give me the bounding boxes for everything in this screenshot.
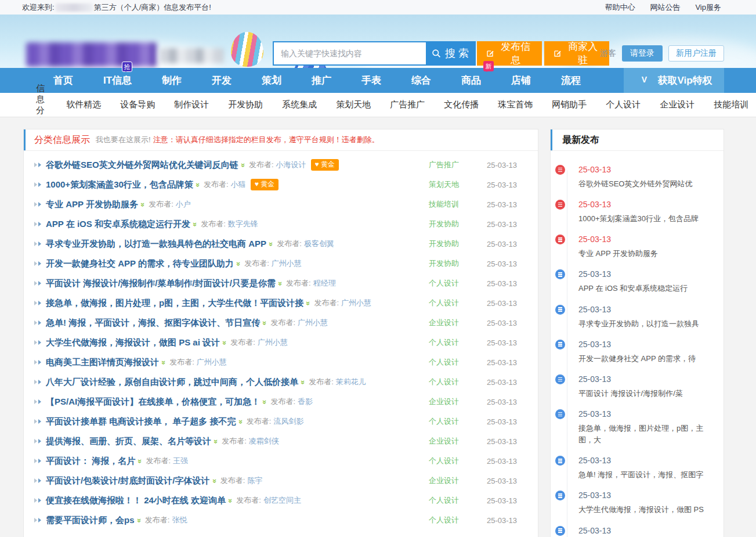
post-title[interactable]: APP 在 iOS 和安卓系统稳定运行 (578, 283, 717, 294)
listing-item-category[interactable]: 企业设计 (429, 397, 487, 407)
publisher-name[interactable]: 广州小慧 (341, 298, 371, 308)
post-title[interactable]: 谷歌外链SEO英文外链外贸网站优 (578, 178, 717, 190)
listing-item-title[interactable]: 大学生代做海报，海报设计，做图 PS ai 设计 (46, 337, 220, 348)
listing-item-title[interactable]: APP 在 iOS 和安卓系统稳定运行开发 (46, 219, 190, 230)
post-title[interactable]: 开发一款健身社交 APP 的需求，待 (578, 353, 717, 365)
listing-subtitle[interactable]: 我也要在这展示! (96, 135, 151, 145)
listing-item-title[interactable]: 提供海报、画册、折页、展架、名片等设计 (46, 436, 211, 447)
nav-item[interactable]: 手表 (352, 74, 391, 87)
listing-item-category[interactable]: 个人设计 (429, 495, 487, 506)
listing-item-category[interactable]: 个人设计 (429, 298, 487, 308)
listing-item-title[interactable]: 平面设计/包装设计/封底封面设计/字体设计 (46, 475, 210, 486)
category-link[interactable]: 策划天地 (336, 99, 371, 110)
post-title[interactable]: 接急单，做海报，图片处理，p图，主图，大 (578, 423, 717, 446)
post-title[interactable]: 急单! 海报，平面设计，海报、抠图字 (578, 469, 717, 481)
publisher-name[interactable]: 茉莉花儿 (336, 377, 366, 387)
publisher-name[interactable]: 香影 (298, 397, 313, 407)
listing-item-category[interactable]: 个人设计 (429, 377, 487, 387)
nav-item[interactable]: IT信息 (93, 74, 142, 87)
topbar-link[interactable]: 帮助中心 (605, 2, 635, 13)
listing-item-title[interactable]: 平面设计： 海报，名片 (46, 456, 135, 467)
listing-item-category[interactable]: 个人设计 (429, 515, 487, 525)
register-button[interactable]: 新用户注册 (668, 45, 724, 62)
nav-item[interactable]: 综合 (401, 74, 441, 87)
nav-item[interactable]: 开发 (202, 74, 241, 87)
publisher-name[interactable]: 凌霜剑侠 (249, 436, 279, 446)
listing-item-title[interactable]: 需要平面设计师，会ps (46, 515, 135, 526)
publisher-name[interactable]: 小户 (176, 199, 191, 210)
listing-item-category[interactable]: 个人设计 (429, 278, 487, 289)
listing-item-category[interactable]: 个人设计 (429, 357, 487, 367)
vip-privilege-button[interactable]: V 获取Vip特权 (624, 68, 724, 93)
listing-item-category[interactable]: 企业设计 (429, 475, 487, 486)
publisher-name[interactable]: 数字先锋 (228, 219, 258, 229)
listing-item-category[interactable]: 个人设计 (429, 416, 487, 427)
listing-item-title[interactable]: 平面设计接单群 电商设计接单， 单子超多 接不完 (46, 416, 236, 427)
publisher-name[interactable]: 创艺空间主 (263, 495, 301, 506)
publisher-name[interactable]: 广州小慧 (298, 318, 328, 328)
listing-item-category[interactable]: 技能培训 (429, 199, 487, 210)
nav-item[interactable]: 店铺 (501, 74, 541, 87)
category-link[interactable]: 文化传播 (444, 99, 479, 110)
publisher-name[interactable]: 广州小慧 (197, 357, 227, 367)
post-title[interactable]: 寻求专业开发协助，以打造一款独具 (578, 318, 717, 330)
listing-item-category[interactable]: 个人设计 (429, 337, 487, 348)
category-link[interactable]: 软件精选 (66, 99, 101, 110)
post-title[interactable]: 大学生代做海报，海报设计，做图 PS (578, 504, 717, 516)
nav-item[interactable]: 推广 (302, 74, 341, 87)
category-link[interactable]: 网销助手 (552, 99, 587, 110)
listing-item-title[interactable]: 便宜接在线做海报啦！！ 24小时在线 欢迎询单 (46, 495, 226, 506)
listing-item-title[interactable]: 1000+策划案涵盖30行业，包含品牌策 (46, 179, 193, 190)
listing-item-title[interactable]: 谷歌外链SEO英文外链外贸网站优化关键词反向链 (46, 160, 238, 171)
nav-item[interactable]: 策划 (252, 74, 291, 87)
listing-item-title[interactable]: 电商美工主图详情页海报设计 (46, 357, 159, 368)
nav-item[interactable]: 流程 (551, 74, 591, 87)
login-button[interactable]: 请登录 (622, 45, 663, 62)
post-title[interactable]: 平面设计 海报设计/海报制作/菜 (578, 388, 717, 399)
publisher-name[interactable]: 小猫 (231, 179, 246, 190)
search-input[interactable] (274, 42, 426, 64)
listing-item-title[interactable]: 接急单，做海报，图片处理，p图，主图，大学生代做！平面设计接 (46, 298, 303, 309)
category-link[interactable]: 制作设计 (174, 99, 209, 110)
publisher-name[interactable]: 张悦 (172, 515, 187, 525)
category-link[interactable]: 珠宝首饰 (498, 99, 533, 110)
publisher-name[interactable]: 程经理 (313, 278, 336, 289)
category-link[interactable]: 设备导购 (120, 99, 155, 110)
publisher-name[interactable]: 小海设计 (276, 160, 306, 170)
listing-item-category[interactable]: 广告推广 (429, 160, 487, 170)
category-link[interactable]: 企业设计 (660, 99, 694, 110)
topbar-link[interactable]: 网站公告 (650, 2, 680, 13)
category-link[interactable]: 开发协助 (228, 99, 263, 110)
publisher-name[interactable]: 流风剑影 (273, 416, 303, 427)
nav-item[interactable]: 商品 (451, 74, 491, 87)
search-button[interactable]: 搜 索 (426, 42, 475, 64)
category-link[interactable]: 广告推广 (390, 99, 425, 110)
listing-item-category[interactable]: 企业设计 (429, 318, 487, 328)
nav-item[interactable]: 制作 (152, 74, 191, 87)
publisher-name[interactable]: 陈宇 (247, 475, 262, 486)
category-link[interactable]: 技能培训 (714, 99, 748, 110)
post-title[interactable]: 1000+策划案涵盖30行业，包含品牌 (578, 213, 717, 225)
listing-item-category[interactable]: 开发协助 (429, 219, 487, 229)
post-title[interactable]: 专业 APP 开发协助服务 (578, 248, 717, 260)
listing-item-title[interactable]: 八年大厂设计经验，原创自由设计师，跳过中间商，个人低价接单 (46, 377, 298, 388)
listing-item-category[interactable]: 开发协助 (429, 239, 487, 249)
category-link[interactable]: 系统集成 (282, 99, 317, 110)
nav-item[interactable]: 首页 (44, 74, 83, 87)
topbar-link[interactable]: Vip服务 (695, 2, 721, 13)
publisher-name[interactable]: 广州小慧 (258, 337, 288, 348)
listing-item-category[interactable]: 企业设计 (429, 436, 487, 446)
publisher-name[interactable]: 广州小慧 (272, 258, 302, 269)
listing-item-title[interactable]: 【PS/AI海报平面设计】在线接单，价格便宜，可加急！ (46, 397, 260, 408)
publisher-name[interactable]: 极客创翼 (304, 239, 334, 249)
listing-item-title[interactable]: 开发一款健身社交 APP 的需求，待专业团队助力 (46, 258, 234, 269)
listing-item-category[interactable]: 个人设计 (429, 456, 487, 466)
listing-item-category[interactable]: 策划天地 (429, 179, 487, 190)
listing-item-title[interactable]: 急单! 海报，平面设计，海报、抠图字体设计、节日宣传 (46, 318, 260, 329)
listing-item-title[interactable]: 寻求专业开发协助，以打造一款独具特色的社交电商 APP (46, 239, 266, 250)
category-link[interactable]: 个人设计 (606, 99, 641, 110)
listing-item-title[interactable]: 平面设计 海报设计/海报制作/菜单制作/封面设计/只要是你需 (46, 278, 276, 289)
listing-item-category[interactable]: 开发协助 (429, 258, 487, 269)
publisher-name[interactable]: 王强 (173, 456, 188, 466)
listing-item-title[interactable]: 专业 APP 开发协助服务 (46, 199, 138, 210)
